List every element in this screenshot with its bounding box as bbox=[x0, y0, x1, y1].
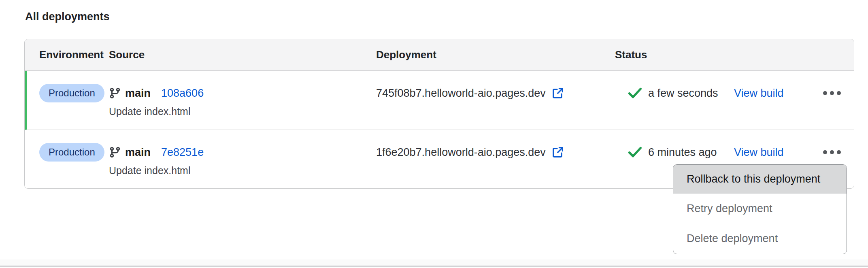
view-build-link[interactable]: View build bbox=[734, 87, 784, 100]
more-actions-button[interactable] bbox=[822, 147, 842, 157]
commit-link[interactable]: 108a606 bbox=[161, 87, 204, 100]
environment-badge: Production bbox=[39, 143, 104, 162]
column-header-deployment: Deployment bbox=[376, 49, 615, 61]
git-branch-icon bbox=[109, 145, 121, 159]
external-link-icon[interactable] bbox=[551, 87, 564, 100]
commit-message: Update index.html bbox=[109, 106, 376, 117]
horizontal-divider bbox=[0, 266, 868, 267]
column-header-status: Status bbox=[615, 49, 854, 61]
branch-name: main bbox=[125, 87, 151, 100]
deployment-url: 745f08b7.helloworld-aio.pages.dev bbox=[376, 87, 546, 100]
commit-message: Update index.html bbox=[109, 165, 376, 177]
source-cell: main 7e8251e Update index.html bbox=[109, 143, 376, 177]
environment-cell: Production bbox=[39, 143, 109, 162]
source-cell: main 108a606 Update index.html bbox=[109, 84, 376, 117]
status-time: a few seconds bbox=[648, 87, 734, 100]
status-cell: 6 minutes ago View build bbox=[615, 143, 854, 162]
git-branch-icon bbox=[109, 86, 121, 100]
table-header: Environment Source Deployment Status bbox=[25, 39, 854, 71]
deployment-actions-menu: Rollback to this deployment Retry deploy… bbox=[673, 164, 847, 254]
deployment-url: 1f6e20b7.helloworld-aio.pages.dev bbox=[376, 146, 546, 159]
page-title: All deployments bbox=[25, 11, 110, 23]
column-header-environment: Environment bbox=[39, 49, 109, 61]
menu-item-retry[interactable]: Retry deployment bbox=[673, 194, 847, 223]
status-cell: a few seconds View build bbox=[615, 84, 854, 102]
environment-badge: Production bbox=[39, 84, 104, 102]
deployments-page: All deployments Environment Source Deplo… bbox=[0, 0, 868, 268]
more-actions-button[interactable] bbox=[822, 88, 842, 98]
column-header-source: Source bbox=[109, 49, 376, 61]
check-icon bbox=[627, 146, 642, 158]
table-row: Production main 108a606 Update i bbox=[25, 71, 854, 130]
deployment-cell: 745f08b7.helloworld-aio.pages.dev bbox=[376, 84, 615, 102]
status-time: 6 minutes ago bbox=[648, 146, 734, 159]
commit-link[interactable]: 7e8251e bbox=[161, 146, 204, 159]
menu-item-rollback[interactable]: Rollback to this deployment bbox=[673, 165, 847, 194]
check-icon bbox=[627, 87, 642, 99]
section-divider bbox=[0, 259, 868, 266]
view-build-link[interactable]: View build bbox=[734, 146, 784, 159]
branch-name: main bbox=[125, 146, 151, 159]
environment-cell: Production bbox=[39, 84, 109, 102]
menu-item-delete[interactable]: Delete deployment bbox=[673, 223, 847, 253]
external-link-icon[interactable] bbox=[551, 146, 564, 159]
deployment-cell: 1f6e20b7.helloworld-aio.pages.dev bbox=[376, 143, 615, 162]
